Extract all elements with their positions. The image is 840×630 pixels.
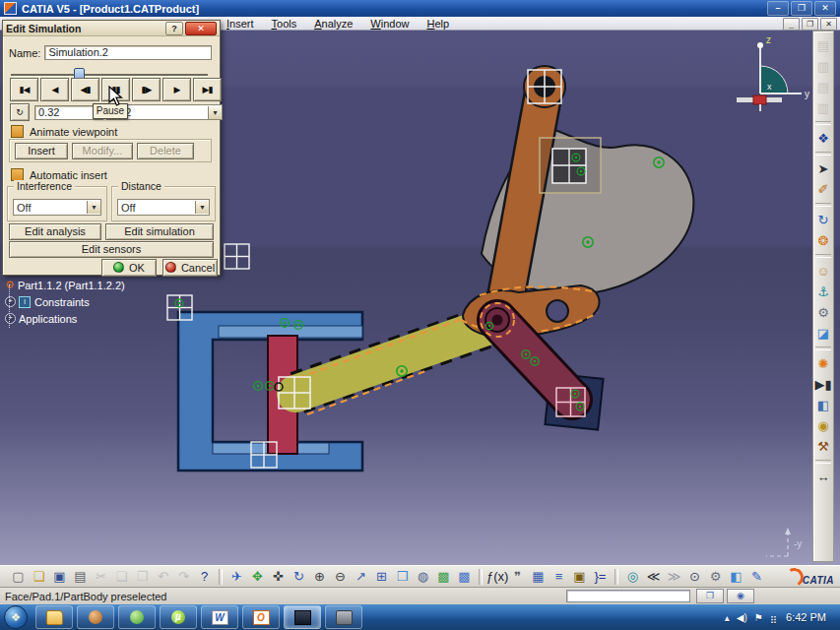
hide-show-icon[interactable]: ◍	[413, 567, 433, 587]
copy-icon[interactable]: ❏	[111, 567, 132, 587]
target-select-icon[interactable]: ◎	[622, 567, 643, 587]
edit-simulation-dialog[interactable]: Edit Simulation ? ✕ Name: Simulation.2 ▮…	[2, 20, 221, 276]
tree-expander-icon[interactable]: +	[5, 313, 16, 324]
grid-calc-icon[interactable]: ▦	[528, 567, 549, 587]
anchor-icon[interactable]: ⚓	[813, 282, 833, 302]
menu-insert[interactable]: Insert	[226, 18, 254, 30]
fit-all-icon[interactable]: ✥	[247, 567, 268, 587]
selection-sets-icon[interactable]: ✐	[813, 179, 833, 200]
rotate-view-icon[interactable]: ↻	[813, 210, 833, 230]
edit-simulation-objects-button[interactable]: Edit simulation objects	[105, 223, 214, 240]
walk-avatar-icon[interactable]: ☺	[813, 261, 833, 282]
print-icon[interactable]: ▤	[70, 567, 91, 587]
menu-help[interactable]: Help	[427, 18, 450, 30]
measure-ruler-icon[interactable]: ↔	[813, 467, 833, 487]
structure-icon[interactable]: ≡	[549, 567, 569, 587]
network-icon[interactable]: ⣶	[770, 612, 777, 623]
cut-icon[interactable]: ✂	[91, 567, 111, 587]
examine-mode-icon[interactable]: ❂	[813, 230, 833, 251]
constraint-marker[interactable]	[254, 382, 263, 391]
zoom-out-icon[interactable]: ⊖	[330, 567, 351, 587]
tree-item-applications[interactable]: + Applications	[5, 310, 125, 327]
dialog-help-button[interactable]: ?	[165, 22, 183, 35]
taskbar-clock[interactable]: 6:42 PM	[784, 611, 834, 623]
save-icon[interactable]: ▣	[49, 567, 70, 587]
step-forward-button[interactable]: ▮▶	[132, 78, 161, 101]
dialog-toggle-button[interactable]: ❐	[696, 589, 724, 603]
simulation-name-input[interactable]: Simulation.2	[44, 45, 212, 60]
compass-anchor[interactable]	[753, 95, 766, 104]
insert-button[interactable]: Insert	[15, 143, 68, 159]
paste-icon[interactable]: ❐	[132, 567, 153, 587]
power-input-field[interactable]	[566, 590, 690, 602]
action-center-flag-icon[interactable]: ⚑	[754, 612, 763, 623]
green-orb-app-icon[interactable]	[118, 605, 156, 629]
new-file-icon[interactable]: ▢	[8, 567, 29, 587]
close-button[interactable]: ✕	[814, 1, 836, 16]
status-lens-button[interactable]: ◉	[727, 589, 754, 603]
snapshot-camera-icon[interactable]: ◉	[813, 415, 833, 436]
edit-sensors-button[interactable]: Edit sensors	[9, 241, 214, 258]
tree-item-label[interactable]: Constraints	[34, 296, 90, 308]
swap-space-2-icon[interactable]: ▩	[454, 567, 475, 587]
catalog-doc-2-icon[interactable]: ▥	[813, 56, 833, 77]
fly-icon[interactable]: ✈	[226, 567, 247, 587]
minimize-button[interactable]: –	[767, 1, 789, 16]
joint-box-float[interactable]	[225, 244, 249, 269]
jump-forward-icon[interactable]: ≫	[664, 567, 684, 587]
brace-icon[interactable]: }=	[590, 567, 611, 587]
view-compass[interactable]: z y x	[737, 34, 809, 111]
catalog-doc-4-icon[interactable]: ▥	[813, 97, 833, 118]
tree-item-label[interactable]: Applications	[19, 313, 77, 325]
cache-gears-icon[interactable]: ⚙	[705, 567, 726, 587]
chevron-down-icon[interactable]: ▼	[87, 201, 100, 214]
utorrent-app-icon[interactable]: µ	[160, 605, 197, 629]
restore-button[interactable]: ❐	[791, 1, 812, 16]
quad-view-icon[interactable]: ⊞	[371, 567, 392, 587]
tree-item-constraints[interactable]: + I Constraints	[5, 293, 125, 310]
camera-app-icon[interactable]	[325, 605, 362, 629]
redo-icon[interactable]: ↷	[173, 567, 194, 587]
ok-button[interactable]: OK	[101, 259, 157, 277]
loop-mode-button[interactable]: ↻	[10, 103, 30, 121]
brown-orb-app-icon[interactable]	[77, 605, 114, 629]
dialog-close-button[interactable]: ✕	[185, 22, 217, 35]
render-style-icon[interactable]: ◧	[726, 567, 746, 587]
edit-analysis-button[interactable]: Edit analysis	[9, 223, 101, 240]
cancel-button[interactable]: Cancel	[162, 259, 218, 277]
tree-item-part[interactable]: ⚙ Part1.1.2 (Part1.1.2.2)	[5, 277, 125, 293]
context-help-icon[interactable]: ?	[194, 567, 215, 587]
play-forward-button[interactable]: ▶	[162, 78, 191, 101]
annotation-icon[interactable]: ❞	[507, 567, 528, 587]
catalog-doc-icon[interactable]: ▤	[813, 35, 833, 56]
start-button[interactable]: ❖	[4, 605, 28, 629]
menu-analyze[interactable]: Analyze	[314, 18, 353, 30]
select-arrow-icon[interactable]: ➤	[813, 158, 833, 179]
title-bar[interactable]: CATIA V5 - [Product1.CATProduct] – ❐ ✕	[0, 0, 840, 17]
tree-item-label[interactable]: Part1.1.2 (Part1.1.2.2)	[18, 280, 125, 291]
interference-combo[interactable]: Off ▼	[13, 199, 101, 216]
distance-combo[interactable]: Off ▼	[117, 199, 210, 216]
undo-icon[interactable]: ↶	[153, 567, 173, 587]
iso-view-icon[interactable]: ❒	[392, 567, 413, 587]
word-app-icon[interactable]: W	[201, 605, 238, 629]
chevron-down-icon[interactable]: ▼	[195, 201, 209, 214]
section-icon[interactable]: ◪	[813, 323, 833, 344]
animate-viewpoint-checkbox[interactable]	[11, 125, 24, 138]
rotate-icon[interactable]: ↻	[289, 567, 309, 587]
dmu-tools-icon[interactable]: ⚒	[813, 436, 833, 457]
jump-back-icon[interactable]: ≪	[643, 567, 664, 587]
dmu-player-icon[interactable]: ▶▮	[813, 374, 833, 395]
catia-active-app-icon[interactable]	[284, 605, 321, 629]
pen-icon[interactable]: ✎	[746, 567, 767, 587]
fx-icon[interactable]: ƒ(x)	[486, 567, 507, 587]
catalog-doc-3-icon[interactable]: ▤	[813, 77, 833, 97]
mechanism-box-icon[interactable]: ◧	[813, 395, 833, 415]
simulation-gears-icon[interactable]: ✺	[813, 353, 833, 374]
zoom-in-icon[interactable]: ⊕	[309, 567, 330, 587]
pan-icon[interactable]: ✜	[268, 567, 289, 587]
menu-tools[interactable]: Tools	[272, 18, 297, 30]
mdi-restore-button[interactable]: ❐	[802, 18, 818, 31]
zoom-lens-icon[interactable]: ⊙	[684, 567, 705, 587]
mdi-close-button[interactable]: ✕	[820, 18, 837, 31]
